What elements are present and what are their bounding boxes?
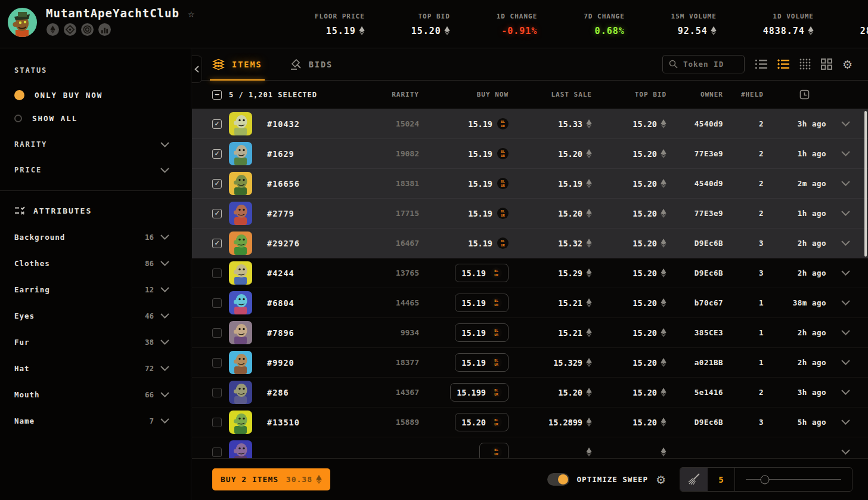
column-header-owner[interactable]: OWNER — [666, 91, 723, 98]
owner-address[interactable]: D9Ec6B — [666, 268, 723, 277]
collection-avatar[interactable] — [8, 8, 37, 37]
row-checkbox[interactable] — [212, 298, 222, 308]
row-checkbox[interactable] — [212, 268, 222, 278]
radio-selected-dot[interactable] — [14, 90, 24, 100]
column-header-top-bid[interactable]: TOP BID — [592, 91, 666, 98]
table-row-partial[interactable]: BLUR — [192, 437, 868, 458]
owner-address[interactable]: 385CE3 — [666, 328, 723, 337]
table-row-29276[interactable]: ✓ #29276 16467 15.19BLUR 15.32 15.20 D9E… — [192, 229, 868, 258]
column-header-listed-time[interactable] — [764, 89, 826, 100]
attribute-row-earring[interactable]: Earring 12 — [14, 285, 176, 294]
buy-items-button[interactable]: BUY 2 ITEMS 30.38 — [212, 468, 330, 490]
table-row-286[interactable]: #286 14367 15.199BLUR 15.20 15.20 5e1416… — [192, 378, 868, 408]
table-row-10432[interactable]: ✓ #10432 15024 15.19BLUR 15.33 15.20 454… — [192, 109, 868, 139]
owner-address[interactable]: D9Ec6B — [666, 418, 723, 427]
radio-show-all[interactable]: SHOW ALL — [14, 114, 176, 123]
row-checkbox[interactable]: ✓ — [212, 239, 222, 248]
etherscan-icon[interactable] — [46, 23, 59, 36]
row-expand-button[interactable] — [826, 419, 850, 425]
owner-address[interactable]: D9Ec6B — [666, 239, 723, 248]
row-checkbox[interactable] — [212, 358, 222, 368]
grid-view-icon[interactable] — [821, 58, 832, 70]
row-checkbox[interactable]: ✓ — [212, 209, 222, 218]
optimize-sweep-toggle[interactable] — [547, 473, 569, 486]
sweep-slider-track[interactable] — [746, 479, 841, 480]
owner-address[interactable]: 4540d9 — [666, 179, 723, 188]
sweep-settings-gear-icon[interactable]: ⚙ — [656, 473, 666, 486]
dot-grid-view-icon[interactable] — [799, 58, 811, 70]
blur-eye-icon[interactable] — [64, 23, 76, 36]
nft-thumbnail[interactable] — [229, 321, 252, 344]
buy-now-button[interactable]: 15.19BLUR — [455, 353, 509, 372]
owner-address[interactable]: 77E3e9 — [666, 209, 723, 218]
rings-icon[interactable] — [81, 23, 94, 36]
row-expand-button[interactable] — [826, 121, 850, 126]
buy-now-button[interactable]: BLUR — [479, 443, 509, 458]
nft-thumbnail[interactable] — [229, 112, 252, 135]
nft-thumbnail[interactable] — [229, 381, 252, 404]
owner-address[interactable]: b70c67 — [666, 298, 723, 307]
column-header-buy-now[interactable]: BUY NOW — [419, 91, 509, 98]
row-checkbox[interactable]: ✓ — [212, 119, 222, 129]
table-row-1629[interactable]: ✓ #1629 19082 15.19BLUR 15.20 15.20 77E3… — [192, 139, 868, 169]
select-all-checkbox[interactable]: − — [212, 90, 222, 100]
row-checkbox[interactable]: ✓ — [212, 149, 222, 159]
buy-now-button[interactable]: 15.19BLUR — [455, 264, 509, 282]
row-checkbox[interactable] — [212, 418, 222, 427]
nft-thumbnail[interactable] — [229, 440, 252, 458]
price-section-toggle[interactable]: PRICE — [14, 166, 176, 174]
attribute-row-mouth[interactable]: Mouth 66 — [14, 390, 176, 399]
owner-address[interactable]: 4540d9 — [666, 119, 723, 128]
attribute-row-fur[interactable]: Fur 38 — [14, 338, 176, 347]
owner-address[interactable]: a021BB — [666, 358, 723, 367]
row-expand-button[interactable] — [826, 211, 850, 216]
radio-unselected-dot[interactable] — [14, 115, 22, 122]
detail-list-view-icon-active[interactable] — [777, 59, 789, 69]
row-checkbox[interactable] — [212, 328, 222, 338]
buy-now-button[interactable]: 15.199BLUR — [450, 383, 509, 402]
attribute-row-background[interactable]: Background 16 — [14, 233, 176, 242]
nft-thumbnail[interactable] — [229, 172, 252, 195]
favorite-star-icon[interactable]: ☆ — [188, 7, 194, 20]
nft-thumbnail[interactable] — [229, 142, 252, 165]
token-id-search-input[interactable]: Token ID — [662, 55, 745, 73]
rarity-section-toggle[interactable]: RARITY — [14, 140, 176, 149]
row-expand-button[interactable] — [826, 151, 850, 156]
list-view-icon[interactable] — [755, 59, 767, 69]
attribute-row-eyes[interactable]: Eyes 46 — [14, 311, 176, 320]
row-checkbox[interactable]: ✓ — [212, 179, 222, 189]
nft-thumbnail[interactable] — [229, 232, 252, 255]
sweep-broom-button[interactable] — [680, 468, 708, 491]
attribute-row-hat[interactable]: Hat 72 — [14, 364, 176, 373]
buy-now-button[interactable]: 15.19BLUR — [455, 294, 509, 312]
row-expand-button[interactable] — [826, 270, 850, 276]
row-expand-button[interactable] — [826, 360, 850, 365]
vertical-scrollbar-thumb[interactable] — [864, 111, 867, 257]
table-row-13510[interactable]: #13510 15889 15.20BLUR 15.2899 15.20 D9E… — [192, 408, 868, 437]
nft-thumbnail[interactable] — [229, 261, 252, 285]
buy-now-button[interactable]: 15.20BLUR — [455, 413, 509, 431]
nft-thumbnail[interactable] — [229, 202, 252, 225]
sweep-count-value[interactable]: 5 — [708, 468, 735, 491]
column-header-last-sale[interactable]: LAST SALE — [509, 91, 592, 98]
table-row-9920[interactable]: #9920 18377 15.19BLUR 15.329 15.20 a021B… — [192, 348, 868, 378]
row-checkbox[interactable] — [212, 447, 222, 457]
row-expand-button[interactable] — [826, 449, 850, 455]
row-expand-button[interactable] — [826, 181, 850, 186]
sidebar-collapse-button[interactable] — [191, 55, 202, 83]
row-expand-button[interactable] — [826, 390, 850, 395]
settings-gear-icon[interactable]: ⚙ — [842, 58, 852, 71]
attribute-row-clothes[interactable]: Clothes 86 — [14, 259, 176, 268]
sweep-slider-handle[interactable] — [761, 475, 770, 484]
nft-thumbnail[interactable] — [229, 291, 252, 314]
tab-bids[interactable]: BIDS — [290, 48, 333, 80]
buy-now-button[interactable]: 15.19BLUR — [455, 323, 509, 342]
table-row-16656[interactable]: ✓ #16656 18381 15.19BLUR 15.19 15.20 454… — [192, 169, 868, 199]
nft-thumbnail[interactable] — [229, 411, 252, 434]
radio-only-buy-now[interactable]: ONLY BUY NOW — [14, 90, 176, 100]
sweep-slider[interactable] — [735, 468, 852, 491]
column-header-held[interactable]: #HELD — [723, 91, 764, 98]
column-header-rarity[interactable]: RARITY — [356, 91, 419, 98]
table-row-7896[interactable]: #7896 9934 15.19BLUR 15.21 15.20 385CE3 … — [192, 318, 868, 348]
table-row-4244[interactable]: #4244 13765 15.19BLUR 15.29 15.20 D9Ec6B… — [192, 258, 868, 288]
